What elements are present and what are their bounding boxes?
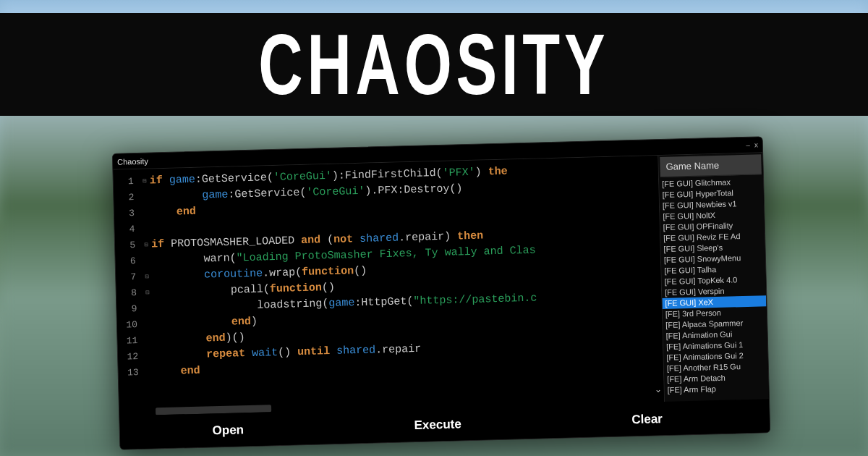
sidebar-header[interactable]: Game Name <box>660 154 762 177</box>
line-number: 5 <box>115 237 142 254</box>
sidebar-list[interactable]: [FE GUI] Glitchmax[FE GUI] HyperTotal[FE… <box>659 176 769 402</box>
line-number: 1 <box>114 174 140 190</box>
line-number: 11 <box>117 333 144 350</box>
chevron-down-icon[interactable]: ⌄ <box>654 384 661 394</box>
window-controls: – x <box>746 140 758 148</box>
fold-icon[interactable]: ⊟ <box>142 269 153 284</box>
close-icon[interactable]: x <box>754 140 758 148</box>
app-window: Chaosity – x 1⊟if game:GetService('CoreG… <box>112 136 770 449</box>
line-number: 10 <box>117 317 144 334</box>
line-number: 3 <box>114 206 141 222</box>
code-content: end <box>154 363 200 381</box>
line-number: 12 <box>118 349 145 366</box>
open-button[interactable]: Open <box>197 418 258 443</box>
code-content: end <box>150 204 197 221</box>
fold-icon[interactable]: ⊟ <box>142 284 153 300</box>
banner-title: CHAOSITY <box>258 15 609 114</box>
line-number: 2 <box>114 190 140 206</box>
window-title: Chaosity <box>117 156 148 166</box>
code-editor[interactable]: 1⊟if game:GetService('CoreGui'):FindFirs… <box>113 156 664 416</box>
clear-button[interactable]: Clear <box>617 408 677 432</box>
list-item[interactable]: [FE] Arm Flap <box>664 382 768 396</box>
execute-button[interactable]: Execute <box>399 413 476 438</box>
editor-area: 1⊟if game:GetService('CoreGui'):FindFirs… <box>113 153 769 415</box>
line-number: 9 <box>116 301 143 318</box>
minimize-icon[interactable]: – <box>746 141 750 149</box>
line-number: 6 <box>115 253 142 270</box>
line-number: 13 <box>118 365 145 381</box>
line-number: 7 <box>116 269 142 286</box>
line-number: 4 <box>114 221 141 238</box>
script-sidebar: Game Name [FE GUI] Glitchmax[FE GUI] Hyp… <box>658 153 769 402</box>
fold-icon[interactable]: ⊟ <box>140 174 150 190</box>
banner: CHAOSITY <box>0 13 868 116</box>
fold-icon[interactable]: ⊟ <box>141 237 152 253</box>
line-number: 8 <box>116 285 143 302</box>
